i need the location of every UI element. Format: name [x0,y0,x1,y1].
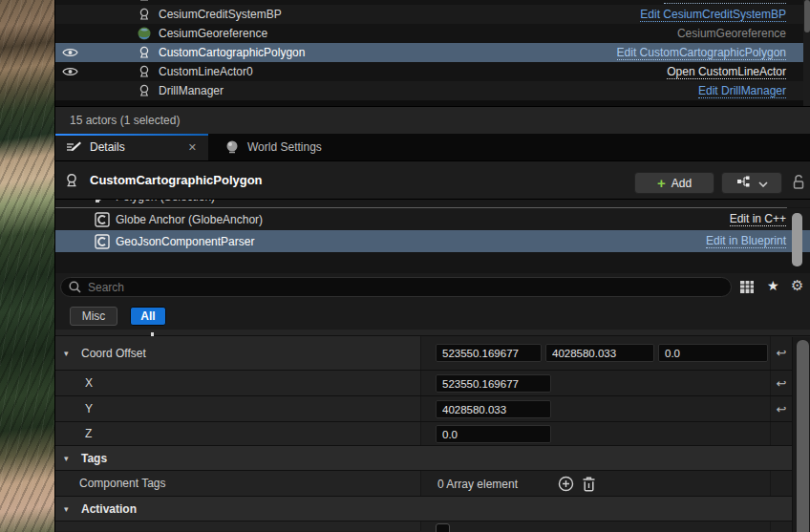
property-label: Coord Offset [81,347,146,360]
outliner-scrollbar[interactable] [803,0,810,106]
x-value-input[interactable] [436,374,551,393]
chevron-down-icon [758,177,768,190]
node-graph-icon [736,175,752,191]
favorites-star-icon[interactable]: ★ [767,278,779,293]
edit-in-blueprint-link[interactable]: Edit in Blueprint [706,234,786,248]
revert-to-default-icon[interactable]: ↩ [777,402,787,416]
outliner-row[interactable]: CustomLineActor0 Open CustomLineActor [55,62,810,81]
outliner-row[interactable]: CesiumGeoreference CesiumGeoreference [55,24,810,43]
world-settings-globe-icon [224,139,240,155]
component-row[interactable]: Globe Anchor (GlobeAnchor) Edit in C++ [55,208,810,230]
visibility-eye-icon[interactable] [55,47,84,58]
actor-icon [63,172,80,193]
expand-triangle-icon[interactable]: ▾ [64,454,69,463]
actor-icon [137,7,153,22]
section-label: Activation [81,502,137,516]
revert-to-default-icon[interactable]: ↩ [777,376,787,391]
visibility-eye-icon[interactable] [55,66,84,77]
tab-details-label: Details [90,140,125,154]
add-array-element-icon[interactable] [558,476,574,496]
coord-offset-y-input[interactable] [545,344,654,362]
right-panel: CesiumCreditSystemBP Edit CesiumCreditSy… [54,0,810,532]
tab-details[interactable]: Details ✕ [55,134,208,160]
details-header: CustomCartographicPolygon + Add [55,160,810,199]
property-row-y: Y ↩ [55,396,810,422]
add-button-label: Add [671,177,692,190]
expand-triangle-icon[interactable]: ▾ [64,504,69,514]
components-scrollbar-thumb[interactable] [792,213,802,266]
component-row-selected[interactable]: GeoJsonComponentParser Edit in Blueprint [55,230,810,252]
section-header-tags[interactable]: ▾ Tags [55,446,810,471]
unreal-editor-window: CesiumCreditSystemBP Edit CesiumCreditSy… [0,0,810,532]
coord-offset-z-input[interactable] [658,344,768,362]
components-tree: Polygon (Selection) Globe Anchor (GlobeA… [55,199,810,273]
property-label: Y [85,402,93,415]
property-row-z: Z [55,422,810,446]
section-header-activation[interactable]: ▾ Activation [55,497,810,521]
property-label: X [85,376,93,390]
actor-icon [137,83,153,98]
outliner-row[interactable]: DrillManager Edit DrillManager [55,81,810,100]
clear-array-trash-icon[interactable] [582,476,596,496]
component-name[interactable]: GeoJsonComponentParser [116,235,254,248]
property-row-x: X ↩ [55,371,810,396]
category-filter-row: Misc All [55,302,810,330]
actor-count-text: 15 actors (1 selected) [70,114,180,127]
outliner-scrollbar-thumb[interactable] [804,0,810,32]
array-count-text: 0 Array element [437,478,518,491]
expand-triangle-icon[interactable]: ▾ [64,349,69,358]
filter-all-label: All [140,309,155,323]
blueprint-options-dropdown[interactable] [721,172,782,194]
outliner-status-bar: 15 actors (1 selected) [55,106,810,134]
actor-type-text: CesiumGeoreference [677,27,786,40]
spline-polygon-icon [95,200,110,203]
add-component-button[interactable]: + Add [634,172,714,194]
cesium-component-icon [95,212,110,227]
properties-scrollbar[interactable] [792,337,810,532]
property-label: Component Tags [79,477,166,490]
filter-chip-all[interactable]: All [130,307,166,326]
coord-offset-x-input[interactable] [436,344,542,362]
3d-viewport-strip[interactable] [0,0,54,532]
actor-name[interactable]: CustomCartographicPolygon [159,46,305,59]
tab-close-icon[interactable]: ✕ [188,141,197,154]
details-pencil-icon [65,139,82,155]
component-row-clipped[interactable]: Polygon (Selection) [55,200,810,207]
outliner-row[interactable]: CesiumCreditSystemBP Edit CesiumCreditSy… [55,5,810,24]
component-name[interactable]: Globe Anchor (GlobeAnchor) [116,213,263,226]
selected-actor-title: CustomCartographicPolygon [90,173,263,187]
actor-name[interactable]: CesiumGeoreference [159,27,267,40]
actor-name[interactable]: CustomLineActor0 [159,65,253,78]
y-value-input[interactable] [436,400,551,418]
details-search-row: ★ ⚙ [55,273,810,302]
property-grid: ▾ Coord Offset ↩ X [55,330,810,532]
property-label: Z [85,427,92,440]
unlock-icon[interactable] [791,173,806,194]
open-actor-link[interactable]: Open CustomLineActor [667,65,786,79]
filter-misc-label: Misc [82,309,106,323]
actor-name[interactable]: DrillManager [159,84,224,97]
component-name[interactable]: Polygon (Selection) [116,200,215,203]
properties-scrollbar-thumb[interactable] [797,340,809,532]
edit-actor-link[interactable]: Edit CesiumCreditSystemBP [640,8,786,22]
revert-to-default-icon[interactable]: ↩ [777,346,787,360]
property-matrix-icon[interactable] [739,280,755,298]
filter-chip-misc[interactable]: Misc [70,307,117,326]
edit-actor-link[interactable]: Edit CustomCartographicPolygon [617,46,786,60]
z-value-input[interactable] [436,425,551,443]
property-row-clipped [55,330,810,336]
actor-icon [137,45,153,60]
edit-actor-link[interactable]: Edit DrillManager [698,84,786,98]
settings-gear-icon[interactable]: ⚙ [791,277,803,294]
search-input[interactable] [88,281,731,294]
tab-world-settings-label: World Settings [247,140,322,154]
tab-world-settings[interactable]: World Settings [213,134,333,160]
outliner-row-selected[interactable]: CustomCartographicPolygon Edit CustomCar… [55,43,810,62]
actor-name[interactable]: CesiumCreditSystemBP [159,8,282,21]
world-outliner: CesiumCreditSystemBP Edit CesiumCreditSy… [55,0,810,106]
checkbox[interactable] [436,523,450,532]
clipped-edit-link [664,1,786,4]
search-box[interactable] [60,277,732,297]
edit-in-cpp-link[interactable]: Edit in C++ [730,212,786,226]
georeference-globe-icon [137,26,153,41]
